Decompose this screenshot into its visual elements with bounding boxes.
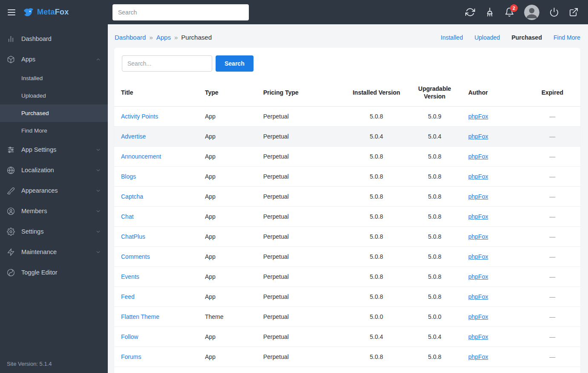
package-icon bbox=[7, 55, 15, 64]
app-title-link[interactable]: Announcement bbox=[121, 153, 161, 160]
app-title-link[interactable]: Forums bbox=[121, 353, 141, 360]
app-author-link[interactable]: phpFox bbox=[468, 193, 488, 200]
app-installed-version: 5.0.8 bbox=[345, 267, 408, 287]
column-pricing-type: Pricing Type bbox=[257, 79, 345, 107]
app-upgradable-version: 5.0.9 bbox=[408, 107, 461, 127]
app-upgradable-version: 5.0.8 bbox=[408, 287, 461, 307]
app-upgradable-version: 5.0.4 bbox=[408, 127, 461, 147]
sidebar-item-label: Appearances bbox=[21, 187, 58, 194]
app-author-link[interactable]: phpFox bbox=[468, 133, 488, 140]
breadcrumb-apps[interactable]: Apps bbox=[156, 34, 171, 41]
notifications-button[interactable]: 2 bbox=[504, 7, 514, 17]
sidebar-item-label: Dashboard bbox=[21, 35, 52, 42]
power-button[interactable] bbox=[549, 7, 559, 17]
sidebar-item-label: Toggle Editor bbox=[21, 269, 58, 276]
sidebar-item-installed[interactable]: Installed bbox=[0, 69, 108, 87]
app-author-link[interactable]: phpFox bbox=[468, 293, 488, 300]
table-row: Flatten Theme Theme Perpetual 5.0.0 5.0.… bbox=[114, 307, 580, 327]
app-pricing-type: Perpetual bbox=[257, 287, 345, 307]
user-avatar[interactable] bbox=[524, 5, 539, 20]
refresh-icon bbox=[465, 7, 475, 17]
app-author-link[interactable]: phpFox bbox=[468, 173, 488, 180]
tab-uploaded[interactable]: Uploaded bbox=[474, 34, 500, 41]
chevron-down-icon bbox=[95, 249, 101, 255]
sidebar-item-toggle-editor[interactable]: Toggle Editor bbox=[0, 262, 108, 283]
app-pricing-type: Perpetual bbox=[257, 167, 345, 187]
app-title-link[interactable]: Blogs bbox=[121, 173, 136, 180]
app-type: App bbox=[198, 187, 257, 207]
sidebar-item-members[interactable]: Members bbox=[0, 201, 108, 221]
app-title-link[interactable]: Feed bbox=[121, 293, 135, 300]
refresh-button[interactable] bbox=[465, 7, 475, 17]
sidebar-item-dashboard[interactable]: Dashboard bbox=[0, 29, 108, 49]
app-upgradable-version: 5.0.8 bbox=[408, 347, 461, 367]
app-title-link[interactable]: Events bbox=[121, 273, 139, 280]
sidebar-item-settings[interactable]: Settings bbox=[0, 221, 108, 242]
app-upgradable-version: 5.0.8 bbox=[408, 147, 461, 167]
sidebar-item-app-settings[interactable]: App Settings bbox=[0, 139, 108, 160]
breadcrumb-dashboard[interactable]: Dashboard bbox=[115, 34, 146, 41]
app-title-link[interactable]: Activity Points bbox=[121, 113, 158, 120]
sidebar-item-uploaded[interactable]: Uploaded bbox=[0, 87, 108, 104]
app-author-link[interactable]: phpFox bbox=[468, 113, 488, 120]
app-author-link[interactable]: phpFox bbox=[468, 353, 488, 360]
sub-item-label: Purchased bbox=[21, 110, 49, 116]
open-site-button[interactable] bbox=[569, 7, 579, 17]
app-pricing-type: Perpetual bbox=[257, 227, 345, 247]
app-title-link[interactable]: Captcha bbox=[121, 193, 143, 200]
table-row: Comments App Perpetual 5.0.8 5.0.8 phpFo… bbox=[114, 247, 580, 267]
sidebar-item-label: Maintenance bbox=[21, 249, 57, 255]
app-author-link[interactable]: phpFox bbox=[468, 333, 488, 340]
app-pricing-type: Perpetual bbox=[257, 207, 345, 227]
sidebar-nav: Dashboard Apps Installed Uploaded Purcha… bbox=[0, 29, 108, 283]
app-title-link[interactable]: Comments bbox=[121, 253, 150, 260]
globe-icon bbox=[7, 166, 15, 174]
sidebar-item-apps[interactable]: Apps bbox=[0, 49, 108, 69]
table-row: Activity Points App Perpetual 5.0.8 5.0.… bbox=[114, 107, 580, 127]
sub-item-label: Find More bbox=[21, 127, 47, 134]
menu-toggle-button[interactable] bbox=[7, 8, 16, 17]
app-author-link[interactable]: phpFox bbox=[468, 233, 488, 240]
chevron-down-icon bbox=[95, 188, 101, 194]
app-author-link[interactable]: phpFox bbox=[468, 273, 488, 280]
sidebar-item-maintenance[interactable]: Maintenance bbox=[0, 242, 108, 262]
app-title-link[interactable]: ChatPlus bbox=[121, 233, 145, 240]
app-title-link[interactable]: Advertise bbox=[121, 133, 146, 140]
purchased-apps-card: Search Title Type Pricing Type Installed… bbox=[114, 48, 580, 373]
metafox-logo[interactable]: MetaFox bbox=[23, 7, 69, 18]
tab-installed[interactable]: Installed bbox=[441, 34, 463, 41]
sidebar-item-localization[interactable]: Localization bbox=[0, 160, 108, 180]
global-search-select[interactable]: Search bbox=[112, 4, 249, 20]
tab-purchased[interactable]: Purchased bbox=[511, 34, 542, 41]
table-row: Announcement App Perpetual 5.0.8 5.0.8 p… bbox=[114, 147, 580, 167]
app-author-link[interactable]: phpFox bbox=[468, 313, 488, 320]
app-author-link[interactable]: phpFox bbox=[468, 253, 488, 260]
site-version: Site Version: 5.1.4 bbox=[7, 361, 52, 367]
breadcrumb: Dashboard » Apps » Purchased bbox=[115, 34, 212, 41]
app-pricing-type: Perpetual bbox=[257, 147, 345, 167]
search-button[interactable]: Search bbox=[216, 55, 254, 72]
metafox-logo-icon bbox=[23, 7, 34, 18]
clear-cache-button[interactable] bbox=[485, 7, 495, 17]
app-title-link[interactable]: Follow bbox=[121, 333, 138, 340]
sub-item-label: Installed bbox=[21, 75, 43, 81]
sidebar-item-find-more[interactable]: Find More bbox=[0, 122, 108, 139]
app-title-link[interactable]: Flatten Theme bbox=[121, 313, 159, 320]
app-expired: — bbox=[525, 267, 580, 287]
purchased-apps-table: Title Type Pricing Type Installed Versio… bbox=[114, 79, 580, 373]
app-installed-version: 5.0.8 bbox=[345, 227, 408, 247]
sidebar-item-appearances[interactable]: Appearances bbox=[0, 180, 108, 201]
chevron-up-icon bbox=[95, 57, 101, 62]
app-expired: — bbox=[525, 327, 580, 347]
table-row: Friends App Perpetual 5.0.8 5.0.8 phpFox… bbox=[114, 367, 580, 373]
tab-find-more[interactable]: Find More bbox=[553, 34, 580, 41]
app-title-link[interactable]: Chat bbox=[121, 213, 134, 220]
app-author-link[interactable]: phpFox bbox=[468, 153, 488, 160]
sidebar-item-purchased[interactable]: Purchased bbox=[0, 104, 108, 122]
app-upgradable-version: 5.0.8 bbox=[408, 267, 461, 287]
user-circle-icon bbox=[7, 207, 15, 215]
app-author-link[interactable]: phpFox bbox=[468, 213, 488, 220]
chevron-down-icon bbox=[95, 208, 101, 214]
app-expired: — bbox=[525, 207, 580, 227]
search-input[interactable] bbox=[122, 55, 212, 72]
